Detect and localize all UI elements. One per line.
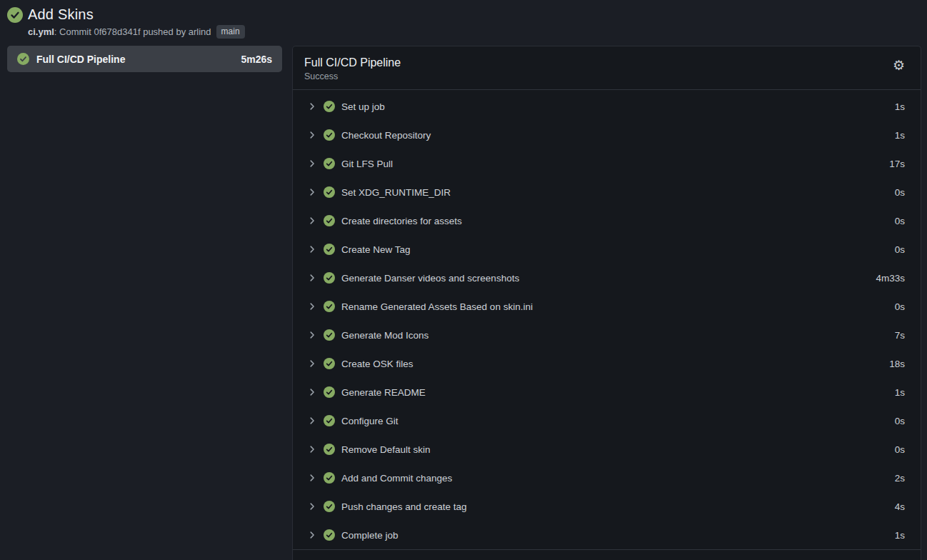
- chevron-right-icon: [307, 416, 317, 426]
- step-row[interactable]: Set up job 1s: [293, 92, 921, 121]
- step-row[interactable]: Generate README 1s: [293, 378, 921, 406]
- step-name: Checkout Repository: [341, 130, 895, 141]
- step-name: Remove Default skin: [341, 444, 895, 455]
- check-circle-icon: [324, 415, 335, 426]
- step-row[interactable]: Create OSK files 18s: [293, 349, 921, 378]
- step-name: Configure Git: [341, 416, 895, 426]
- chevron-right-icon: [307, 473, 317, 483]
- check-circle-icon: [324, 101, 335, 112]
- check-circle-icon: [324, 358, 335, 369]
- run-title: Add Skins: [28, 6, 94, 23]
- chevron-right-icon: [307, 244, 317, 254]
- chevron-right-icon: [307, 387, 317, 397]
- check-circle-icon: [324, 215, 335, 226]
- step-row[interactable]: Generate Danser videos and screenshots 4…: [293, 264, 921, 292]
- step-row[interactable]: Remove Default skin 0s: [293, 435, 921, 464]
- check-circle-icon: [324, 386, 335, 398]
- chevron-right-icon: [307, 444, 317, 454]
- step-duration: 4s: [895, 501, 905, 512]
- run-subtitle: ci.yml: Commit 0f678d341f pushed by arli…: [28, 25, 920, 39]
- chevron-right-icon: [307, 187, 317, 197]
- workflow-file-name: ci.yml: [28, 26, 54, 37]
- check-circle-icon: [324, 501, 335, 512]
- step-duration: 1s: [895, 530, 905, 541]
- chevron-right-icon: [307, 273, 317, 283]
- step-duration: 0s: [895, 301, 905, 312]
- step-row[interactable]: Set XDG_RUNTIME_DIR 0s: [293, 178, 921, 206]
- step-name: Push changes and create tag: [341, 501, 895, 512]
- step-name: Create OSK files: [341, 359, 889, 369]
- step-name: Generate README: [341, 387, 895, 398]
- step-name: Complete job: [341, 530, 895, 541]
- run-content: Full CI/CD Pipeline 5m26s Full CI/CD Pip…: [0, 46, 927, 560]
- check-circle-icon: [324, 244, 335, 255]
- check-circle-icon: [324, 129, 335, 141]
- panel-footer: [293, 549, 921, 560]
- step-duration: 4m33s: [876, 273, 905, 284]
- panel-job-status: Success: [304, 71, 888, 83]
- panel-header: Full CI/CD Pipeline Success ⚙: [293, 46, 921, 90]
- branch-badge[interactable]: main: [216, 25, 245, 39]
- step-duration: 0s: [895, 216, 905, 226]
- step-name: Generate Mod Icons: [341, 330, 895, 341]
- step-duration: 1s: [895, 101, 905, 112]
- chevron-right-icon: [307, 330, 317, 340]
- step-name: Rename Generated Assets Based on skin.in…: [341, 301, 895, 312]
- step-row[interactable]: Create directories for assets 0s: [293, 206, 921, 235]
- sidebar-job-full-cicd-pipeline[interactable]: Full CI/CD Pipeline 5m26s: [7, 46, 282, 72]
- commit-text: : Commit 0f678d341f pushed by arlind: [54, 26, 211, 37]
- step-row[interactable]: Create New Tag 0s: [293, 235, 921, 264]
- check-circle-icon: [324, 186, 335, 198]
- step-row[interactable]: Generate Mod Icons 7s: [293, 321, 921, 349]
- step-name: Generate Danser videos and screenshots: [341, 273, 876, 284]
- step-row[interactable]: Complete job 1s: [293, 521, 921, 549]
- step-name: Git LFS Pull: [341, 159, 889, 169]
- check-circle-icon: [7, 7, 23, 23]
- chevron-right-icon: [307, 216, 317, 226]
- step-duration: 7s: [895, 330, 905, 341]
- check-circle-icon: [324, 158, 335, 169]
- chevron-right-icon: [307, 301, 317, 311]
- chevron-right-icon: [307, 359, 317, 369]
- step-name: Add and Commit changes: [341, 473, 895, 484]
- steps-list: Set up job 1s Checkout Repository 1s: [293, 90, 921, 549]
- chevron-right-icon: [307, 101, 317, 111]
- step-duration: 0s: [895, 416, 905, 426]
- step-name: Create New Tag: [341, 244, 895, 255]
- step-duration: 0s: [895, 444, 905, 455]
- step-row[interactable]: Add and Commit changes 2s: [293, 464, 921, 492]
- jobs-sidebar: Full CI/CD Pipeline 5m26s: [7, 46, 282, 72]
- step-row[interactable]: Git LFS Pull 17s: [293, 149, 921, 178]
- actions-run-page: Add Skins ci.yml: Commit 0f678d341f push…: [0, 0, 927, 560]
- run-header: Add Skins ci.yml: Commit 0f678d341f push…: [0, 0, 927, 46]
- job-duration: 5m26s: [241, 54, 272, 65]
- step-name: Set up job: [341, 101, 895, 112]
- gear-icon[interactable]: ⚙: [888, 55, 909, 75]
- check-circle-icon: [17, 53, 29, 65]
- step-duration: 1s: [895, 130, 905, 141]
- job-name: Full CI/CD Pipeline: [36, 54, 234, 65]
- chevron-right-icon: [307, 530, 317, 540]
- step-name: Create directories for assets: [341, 216, 895, 226]
- step-duration: 0s: [895, 187, 905, 198]
- chevron-right-icon: [307, 130, 317, 140]
- chevron-right-icon: [307, 159, 317, 169]
- step-name: Set XDG_RUNTIME_DIR: [341, 187, 895, 198]
- check-circle-icon: [324, 329, 335, 341]
- step-duration: 2s: [895, 473, 905, 484]
- check-circle-icon: [324, 472, 335, 484]
- check-circle-icon: [324, 444, 335, 455]
- step-duration: 18s: [889, 359, 905, 369]
- check-circle-icon: [324, 529, 335, 541]
- step-row[interactable]: Rename Generated Assets Based on skin.in…: [293, 292, 921, 321]
- job-detail-panel: Full CI/CD Pipeline Success ⚙ Set up job…: [292, 46, 921, 560]
- check-circle-icon: [324, 272, 335, 284]
- step-duration: 1s: [895, 387, 905, 398]
- step-row[interactable]: Push changes and create tag 4s: [293, 492, 921, 521]
- chevron-right-icon: [307, 501, 317, 511]
- panel-job-title: Full CI/CD Pipeline: [304, 55, 888, 71]
- step-row[interactable]: Configure Git 0s: [293, 406, 921, 435]
- step-duration: 17s: [889, 159, 905, 169]
- step-duration: 0s: [895, 244, 905, 255]
- step-row[interactable]: Checkout Repository 1s: [293, 121, 921, 149]
